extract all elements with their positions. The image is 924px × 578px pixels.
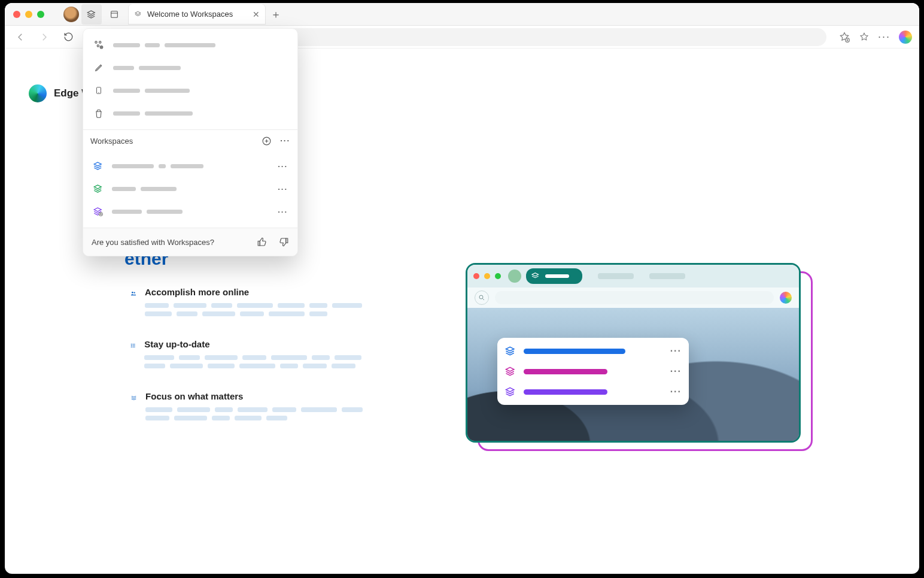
svg-point-11: [479, 295, 483, 299]
forward-button[interactable]: [36, 29, 53, 46]
feedback-prompt: Are you satisfied with Workspaces?: [92, 238, 214, 247]
workspace-icon: [134, 10, 142, 19]
maximize-window-button[interactable]: [37, 11, 44, 18]
illus-workspace-pill: [526, 268, 582, 284]
more-menu-button[interactable]: ···: [878, 31, 890, 43]
collections-icon[interactable]: [838, 31, 850, 43]
browser-window: Welcome to Workspaces ✕ ＋ ··· Edge W eth…: [5, 3, 919, 574]
svg-point-13: [95, 41, 97, 43]
dropdown-action-settings[interactable]: [86, 34, 295, 56]
feature-item: Accomplish more online: [130, 287, 370, 316]
svg-point-15: [97, 45, 99, 47]
new-tab-button[interactable]: ＋: [270, 7, 281, 22]
dropdown-feedback-footer: Are you satisfied with Workspaces?: [83, 228, 297, 256]
refresh-button[interactable]: [60, 29, 77, 46]
workspace-item-more[interactable]: ···: [278, 207, 288, 216]
svg-point-3: [132, 292, 133, 293]
feature-title: Accomplish more online: [145, 287, 370, 297]
settings-icon: [93, 40, 105, 50]
dropdown-action-device[interactable]: [86, 79, 295, 102]
close-window-button[interactable]: [13, 11, 20, 18]
feature-title: Stay up-to-date: [144, 339, 370, 349]
workspace-item[interactable]: ···: [86, 200, 295, 223]
svg-point-14: [99, 41, 101, 43]
illus-avatar-icon: [508, 270, 521, 283]
feature-item: Stay up-to-date: [130, 339, 370, 368]
svg-line-12: [483, 299, 485, 301]
tab-title: Welcome to Workspaces: [147, 10, 233, 19]
thumbs-down-button[interactable]: [278, 237, 289, 247]
workspaces-button[interactable]: [81, 4, 102, 25]
feature-title: Focus on what matters: [145, 391, 370, 401]
list-icon: [130, 340, 136, 351]
dropdown-action-delete[interactable]: [86, 102, 295, 125]
feature-body-placeholder: [145, 407, 370, 420]
trash-icon: [93, 108, 105, 119]
workspace-icon: [93, 206, 104, 217]
add-workspace-button[interactable]: [262, 136, 272, 146]
edit-icon: [93, 63, 105, 72]
profile-avatar[interactable]: [63, 7, 79, 22]
copilot-button[interactable]: [899, 31, 912, 44]
svg-rect-0: [111, 11, 118, 17]
favorites-icon[interactable]: [859, 32, 870, 43]
workspaces-heading: Workspaces: [90, 137, 133, 146]
illus-workspace-menu: ··· ··· ···: [497, 338, 689, 405]
device-icon: [93, 85, 105, 96]
tab-actions-button[interactable]: [104, 4, 124, 25]
svg-point-5: [131, 344, 132, 344]
focus-icon: [130, 392, 137, 403]
svg-point-7: [131, 347, 132, 347]
close-tab-button[interactable]: ✕: [253, 10, 260, 19]
svg-point-6: [131, 346, 132, 346]
back-button[interactable]: [12, 29, 29, 46]
feature-body-placeholder: [144, 355, 370, 368]
feature-list: Accomplish more online Stay up-to-date: [130, 287, 370, 420]
dropdown-workspace-list: ··· ··· ···: [83, 150, 297, 228]
workspace-icon: [93, 161, 104, 171]
workspaces-dropdown: Workspaces ··· ··· ··· ···: [83, 28, 298, 256]
thumbs-up-button[interactable]: [257, 237, 268, 247]
workspaces-more-button[interactable]: ···: [280, 136, 290, 146]
titlebar: Welcome to Workspaces ✕ ＋: [5, 3, 919, 26]
hero-illustration: ··· ··· ···: [466, 263, 813, 455]
svg-point-4: [134, 292, 135, 293]
workspace-item-more[interactable]: ···: [278, 184, 288, 193]
workspace-item[interactable]: ···: [86, 155, 295, 177]
feature-body-placeholder: [145, 303, 370, 316]
browser-tab[interactable]: Welcome to Workspaces ✕: [128, 4, 266, 25]
workspace-item-more[interactable]: ···: [278, 162, 288, 171]
people-icon: [130, 288, 136, 299]
dropdown-actions-section: [83, 29, 297, 129]
illus-search-icon: [475, 290, 489, 305]
toolbar-right: ···: [838, 31, 912, 44]
dropdown-workspaces-header: Workspaces ···: [83, 130, 297, 150]
feature-item: Focus on what matters: [130, 391, 370, 420]
illus-front-window: ··· ··· ···: [466, 263, 801, 443]
window-controls: [13, 11, 44, 18]
workspace-icon: [93, 183, 104, 194]
edge-logo-icon: [29, 84, 47, 102]
illus-copilot-icon: [780, 292, 792, 304]
minimize-window-button[interactable]: [25, 11, 32, 18]
dropdown-action-edit[interactable]: [86, 56, 295, 79]
workspace-item[interactable]: ···: [86, 177, 295, 200]
